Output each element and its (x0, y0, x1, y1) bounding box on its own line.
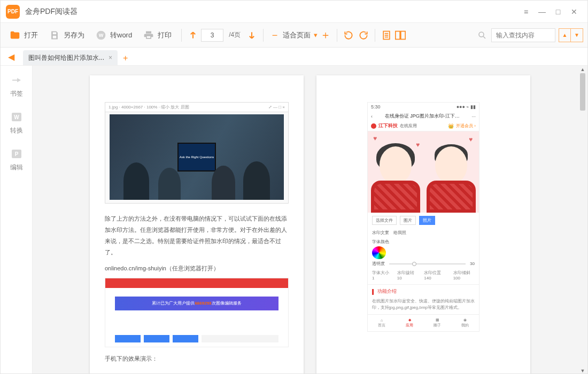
document-viewport[interactable]: 1.jpg · 4000×2667 · 100% · 缩小 放大 原图 ⤢ — … (33, 66, 587, 374)
sidebar-item-bookmark[interactable]: 书签 (10, 73, 24, 98)
phone-mockup: 5:30 ●●● ⌁ ▮▮ ‹ 在线身份证 JPG图片加水印-江下… ··· 江… (367, 102, 479, 332)
brand-name: 江下科技 (378, 122, 398, 129)
info-icon: ▌ (372, 289, 375, 294)
menu-icon[interactable]: ≡ (518, 4, 534, 20)
zoom-in-button[interactable]: ＋ (320, 29, 331, 41)
svg-rect-7 (401, 31, 405, 39)
rotate-cw-icon[interactable] (358, 29, 369, 41)
print-icon (143, 29, 154, 41)
nav-label: 应用 (406, 323, 413, 328)
print-button[interactable]: 打印 (138, 27, 176, 43)
scroll-up-icon[interactable]: ▲ (579, 66, 586, 73)
open-label: 打开 (24, 30, 38, 40)
search-nav: ▲ ▼ (559, 28, 583, 42)
add-tab-button[interactable]: + (123, 53, 128, 63)
banner-number: 6669293 (195, 301, 211, 306)
phone-tab: 选择文件 (372, 216, 397, 225)
svg-text:P: P (14, 151, 18, 157)
sidebar-edit-label: 编辑 (10, 163, 23, 172)
zoom-out-button[interactable]: － (269, 29, 281, 41)
phone-tab: 图片 (400, 216, 416, 225)
pdf-page: 5:30 ●●● ⌁ ▮▮ ‹ 在线身份证 JPG图片加水印-江下… ··· 江… (316, 75, 530, 374)
chevron-down-icon: ▾ (314, 31, 318, 39)
metric: 字体大小 1 (372, 270, 390, 280)
document-tab[interactable]: 图叫兽如何给图片添加水... × (23, 50, 118, 65)
vertical-scrollbar[interactable]: ▲ ▼ (579, 66, 586, 374)
rotate-ccw-icon[interactable] (343, 29, 354, 41)
monitor-screen: Ask the Right Questions (177, 143, 216, 172)
scroll-thumb[interactable] (580, 73, 585, 111)
open-button[interactable]: 打开 (5, 27, 42, 43)
app-logo-icon: PDF (6, 5, 20, 19)
toolbar-separator (263, 29, 264, 42)
search-icon[interactable] (476, 29, 488, 41)
phone-tab: 照片 (419, 216, 435, 225)
section-title: 功能介绍 (377, 288, 397, 295)
page1-caption: 手机下的效果演示： (105, 355, 289, 363)
left-sidebar: 书签 W 转换 P 编辑 (1, 66, 33, 374)
svg-point-8 (479, 32, 484, 37)
word-icon: W (95, 29, 107, 41)
page-number-input[interactable] (201, 29, 223, 42)
page1-link-text: onlinedo.cn/img-shuiyin（任意浏览器打开） (105, 264, 289, 272)
nav-label: 我的 (461, 323, 469, 328)
zoom-mode-select[interactable]: 适合页面 ▾ (283, 30, 318, 40)
sidebar-bookmark-label: 书签 (10, 89, 23, 98)
search-input[interactable] (491, 28, 555, 42)
convert-icon: W (10, 110, 24, 124)
save-as-button[interactable]: 另存为 (44, 27, 89, 43)
phone-time: 5:30 (371, 104, 381, 110)
tab-title: 图叫兽如何给图片添加水... (28, 53, 104, 63)
image-window-title: 1.jpg · 4000×2667 · 100% · 缩小 放大 原图 (109, 104, 189, 110)
meeting-photo: Ask the Right Questions (110, 114, 284, 200)
bookmark-icon (10, 73, 24, 87)
zoom-mode-label: 适合页面 (283, 30, 311, 40)
scroll-down-icon[interactable]: ▼ (579, 367, 586, 374)
sidebar-item-edit[interactable]: P 编辑 (10, 147, 24, 172)
phone-signal-icon: ●●● ⌁ ▮▮ (457, 104, 476, 110)
tab-strip: ◀ 图叫兽如何给图片添加水... × + (1, 48, 587, 66)
nav-label: 圈子 (434, 323, 441, 328)
metric: 水印旋转 10 (397, 270, 417, 280)
search-prev-icon[interactable]: ▲ (559, 29, 571, 42)
vip-button-label: 开通会员 › (456, 123, 476, 129)
metric: 水印倾斜 100 (453, 270, 475, 280)
minimize-button[interactable]: — (534, 4, 550, 20)
phone-page-title: 在线身份证 JPG图片加水印-江下… (376, 113, 468, 120)
title-bar: PDF 金舟PDF阅读器 ≡ — □ ✕ (1, 1, 587, 23)
brand-logo-icon (371, 123, 376, 129)
brand-sub: 在线应用 (400, 123, 417, 129)
page-total-label: /4页 (229, 30, 241, 40)
sidebar-item-convert[interactable]: W 转换 (10, 110, 24, 135)
svg-text:W: W (99, 33, 104, 38)
pdf-page: 1.jpg · 4000×2667 · 100% · 缩小 放大 原图 ⤢ — … (90, 75, 304, 374)
print-label: 打印 (158, 30, 172, 40)
two-page-icon[interactable] (394, 29, 406, 41)
page-up-icon[interactable] (187, 29, 199, 41)
svg-line-9 (483, 36, 485, 38)
font-color-label: 字体颜色 (372, 239, 389, 245)
to-word-button[interactable]: W 转word (91, 27, 136, 43)
main-area: 书签 W 转换 P 编辑 1.jpg · 4000×2667 · 100% · … (1, 66, 587, 374)
single-page-icon[interactable] (381, 29, 392, 41)
page1-webpage-screenshot: 累计已为广大用户提供 6669293 次图像编辑服务 (105, 278, 289, 347)
search-next-icon[interactable]: ▼ (571, 29, 583, 42)
section-desc: 在线图片加水印是安全、快速、便捷的纯前端图片加水印，支持jpg,png,gif,… (368, 298, 479, 314)
collapse-left-icon[interactable]: ◀ (5, 50, 18, 63)
home-icon: ⌂ (381, 318, 383, 322)
maximize-button[interactable]: □ (550, 4, 566, 20)
user-icon: ◉ (463, 318, 467, 322)
tab-close-icon[interactable]: × (109, 54, 112, 61)
page1-paragraph: 除了上方的方法之外，在没有带电脑的情况下，可以试试下面的在线添加水印方法。任意浏… (105, 213, 289, 258)
toolbar-separator (375, 29, 375, 42)
close-button[interactable]: ✕ (566, 4, 582, 20)
opacity-slider (389, 263, 466, 264)
to-word-label: 转word (110, 30, 132, 40)
svg-text:W: W (14, 114, 19, 120)
color-wheel-icon (372, 246, 386, 259)
phone-bottom-nav: ⌂首页 ◆应用 ▦圈子 ◉我的 (368, 314, 479, 331)
save-as-label: 另存为 (64, 30, 84, 40)
page1-image-window: 1.jpg · 4000×2667 · 100% · 缩小 放大 原图 ⤢ — … (105, 102, 289, 204)
page-down-icon[interactable] (246, 29, 258, 41)
save-icon (49, 29, 60, 41)
